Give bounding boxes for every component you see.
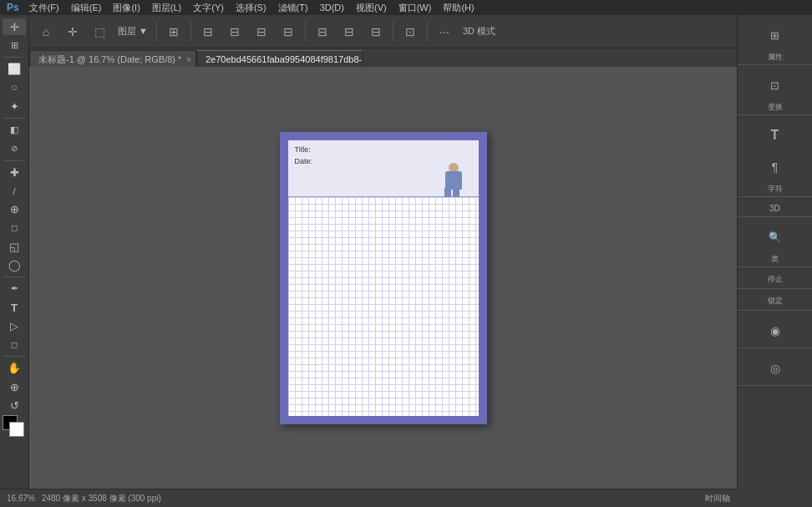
marquee-tool[interactable]: ⬜ [3,61,26,78]
doc-header-text: Title: Date: [295,145,313,165]
transform-label: 变换 [768,102,783,113]
size-value: 2480 像素 x 3508 像素 (300 ppi) [42,493,161,504]
align-v-btn[interactable]: ⊟ [337,20,361,43]
align-left-btn[interactable]: ⊟ [196,20,220,43]
gradient-tool[interactable]: ◱ [3,238,26,255]
distribute-btn[interactable]: ⊟ [277,20,300,43]
toolbar-sep-1 [156,22,157,42]
lock-section: 锁定 [738,292,812,311]
classify-section: 🔍 类 [738,221,812,267]
tool-sep-4 [3,276,25,277]
crop-tool[interactable]: ◧ [3,122,26,139]
layer-dropdown[interactable]: 图层 ▼ [114,25,151,38]
menubar: Ps 文件(F) 编辑(E) 图像(I) 图层(L) 文字(Y) 选择(S) 滤… [0,0,812,15]
clone-tool[interactable]: ⊕ [3,201,26,218]
swatch-container[interactable] [3,415,26,439]
rotate-view-tool[interactable]: ↺ [3,397,26,413]
tool-sep-2 [3,118,25,119]
document-canvas: Title: Date: [280,132,487,424]
eyedropper-tool[interactable]: ⊘ [3,140,26,157]
magic-wand-tool[interactable]: ✦ [3,98,26,114]
tool-sep-3 [3,160,25,161]
dodge-tool[interactable]: ◯ [3,256,26,273]
opacity-btn[interactable]: ◎ [760,353,790,383]
menu-3d[interactable]: 3D(D) [315,0,349,15]
healing-tool[interactable]: ✚ [3,165,26,181]
properties-btn[interactable]: ⊞ [760,20,790,50]
toolbar-sep-5 [427,22,428,42]
tabs-bar: 未标题-1 @ 16.7% (Date; RGB/8) * × 2e70ebd4… [29,48,737,68]
tab-preview-label: 2e70ebd45661faba9954084f9817db8-removebg… [206,53,363,66]
menu-view[interactable]: 视图(V) [351,0,392,15]
threed-label: 3D [769,202,780,215]
zoom-tool[interactable]: ⊕ [3,378,26,395]
move-tool-btn[interactable]: ✛ [61,20,84,43]
toolbar-sep-4 [393,22,393,42]
artboard-tool[interactable]: ⊞ [3,37,26,53]
more-btn[interactable]: ··· [433,20,456,43]
doc-character [439,156,469,203]
properties-label: 属性 [768,52,783,63]
properties-section: ⊞ 属性 [738,18,812,65]
eraser-tool[interactable]: ◻ [3,220,26,236]
type-section: T ¶ 字符 [738,119,812,197]
lock-label: 锁定 [768,294,783,308]
type-btn[interactable]: T [760,120,790,150]
path-selection-tool[interactable]: ▷ [3,317,26,334]
menu-file[interactable]: 文件(F) [24,0,64,15]
eye-section: ◉ [738,314,812,348]
menu-edit[interactable]: 编辑(E) [66,0,107,15]
move-tool[interactable]: ✛ [3,18,26,35]
search-btn[interactable]: 🔍 [760,222,790,252]
pen-tool[interactable]: ✒ [3,281,26,297]
shape-tool[interactable]: ◻ [3,336,26,352]
doc-date-label: Date: [295,157,313,165]
canvas-area[interactable]: Title: Date: [29,67,737,489]
tab-untitled-close[interactable]: × [186,55,191,64]
align-center-btn[interactable]: ⊟ [223,20,246,43]
home-btn[interactable]: ⌂ [34,20,58,43]
toolbar: ⌂ ✛ ⬚ 图层 ▼ ⊞ ⊟ ⊟ ⊟ ⊟ ⊟ ⊟ ⊟ ⊡ ··· 3D 模式 [29,15,812,48]
align-right-btn[interactable]: ⊟ [250,20,273,43]
menu-layer[interactable]: 图层(L) [147,0,186,15]
document-inner: Title: Date: [288,140,479,416]
lasso-tool[interactable]: ○ [3,79,26,96]
transform-btn[interactable]: ⊡ [760,70,790,100]
menu-select[interactable]: 选择(S) [231,0,272,15]
stop-section: 停止 [738,271,812,289]
align-h-btn[interactable]: ⊟ [311,20,334,43]
tab-untitled[interactable]: 未标题-1 @ 16.7% (Date; RGB/8) * × [29,50,196,68]
menu-image[interactable]: 图像(I) [108,0,145,15]
background-color[interactable] [9,422,24,437]
menu-window[interactable]: 窗口(W) [393,0,437,15]
paragraph-btn[interactable]: ¶ [760,152,790,182]
text-tool[interactable]: T [3,299,26,316]
zoom-value: 16.67% [7,494,35,503]
menu-filter[interactable]: 滤镜(T) [273,0,313,15]
distribute2-btn[interactable]: ⊟ [364,20,388,43]
menu-help[interactable]: 帮助(H) [438,0,479,15]
toolbar-sep-2 [190,22,191,42]
brush-tool[interactable]: / [3,183,26,200]
doc-title-label: Title: [295,145,313,154]
right-panel: ⊞ 属性 ⊡ 变换 T ¶ 字符 3D 🔍 类 停止 锁定 ◉ ◎ [737,15,812,489]
toolbar-sep-3 [305,22,306,42]
tool-sep-1 [3,57,25,58]
tab-preview[interactable]: 2e70ebd45661faba9954084f9817db8-removebg… [196,50,363,68]
character-label: 字符 [768,184,783,195]
grid-btn[interactable]: ⊞ [162,20,185,43]
left-tools-panel: ✛ ⊞ ⬜ ○ ✦ ◧ ⊘ ✚ / ⊕ ◻ ◱ ◯ ✒ T ▷ ◻ ✋ ⊕ ↺ [0,15,29,489]
artboard-btn[interactable]: ⬚ [88,20,111,43]
opacity-section: ◎ [738,352,812,386]
menu-text[interactable]: 文字(Y) [188,0,229,15]
3d-mode-label: 3D 模式 [459,25,499,38]
transform-section: ⊡ 变换 [738,68,812,115]
stop-label: 停止 [768,272,783,286]
doc-grid [288,197,479,416]
color-swatches [3,415,26,439]
eye-btn[interactable]: ◉ [760,316,790,346]
tab-untitled-label: 未标题-1 @ 16.7% (Date; RGB/8) * [38,53,181,66]
timeline-bar: 16.67% 2480 像素 x 3508 像素 (300 ppi) 时间轴 [0,489,737,507]
extend-btn[interactable]: ⊡ [398,20,422,43]
hand-tool[interactable]: ✋ [3,360,26,377]
